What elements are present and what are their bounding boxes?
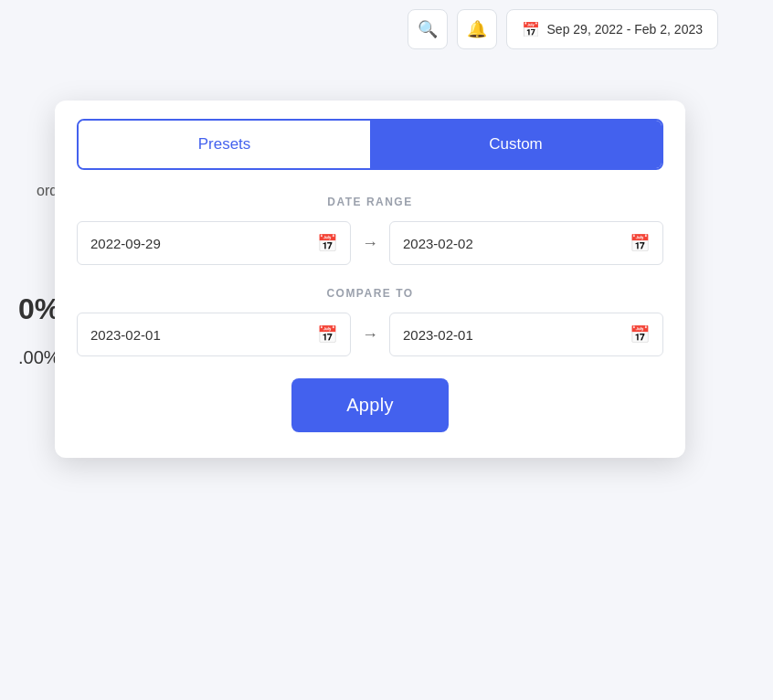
calendar-compare-end-icon[interactable]: 📅 bbox=[630, 324, 650, 345]
calendar-end-icon[interactable]: 📅 bbox=[630, 233, 650, 253]
compare-end-wrap: 📅 bbox=[389, 313, 663, 356]
date-range-start-wrap: 📅 bbox=[77, 221, 351, 265]
tab-toggle: Presets Custom bbox=[77, 119, 663, 170]
date-range-start-input[interactable] bbox=[90, 236, 317, 251]
date-range-end-input[interactable] bbox=[403, 236, 630, 251]
date-range-end-wrap: 📅 bbox=[389, 221, 663, 265]
notifications-button[interactable]: 🔔 bbox=[457, 9, 497, 49]
apply-button-wrap: Apply bbox=[77, 378, 663, 432]
bg-text-decimal: .00% bbox=[18, 347, 60, 368]
top-bar: 🔍 🔔 📅 Sep 29, 2022 - Feb 2, 2023 bbox=[408, 9, 718, 49]
arrow-separator: → bbox=[362, 234, 378, 253]
compare-end-input[interactable] bbox=[403, 327, 630, 343]
date-range-label: DATE RANGE bbox=[77, 196, 663, 208]
bell-icon: 🔔 bbox=[467, 19, 487, 39]
date-range-label: Sep 29, 2022 - Feb 2, 2023 bbox=[547, 22, 703, 37]
compare-start-input[interactable] bbox=[90, 327, 317, 343]
compare-arrow-separator: → bbox=[362, 325, 378, 345]
compare-start-wrap: 📅 bbox=[77, 313, 351, 356]
calendar-icon: 📅 bbox=[522, 21, 540, 38]
calendar-start-icon[interactable]: 📅 bbox=[317, 233, 337, 253]
compare-to-label: COMPARE TO bbox=[77, 287, 663, 300]
date-picker-panel: Presets Custom DATE RANGE 📅 → 📅 COMPARE … bbox=[55, 101, 685, 458]
compare-row: 📅 → 📅 bbox=[77, 313, 663, 356]
search-button[interactable]: 🔍 bbox=[408, 9, 448, 49]
search-icon: 🔍 bbox=[418, 19, 438, 39]
calendar-compare-start-icon[interactable]: 📅 bbox=[317, 324, 337, 345]
apply-button[interactable]: Apply bbox=[291, 378, 449, 432]
tab-presets[interactable]: Presets bbox=[79, 121, 370, 168]
date-range-button[interactable]: 📅 Sep 29, 2022 - Feb 2, 2023 bbox=[506, 9, 718, 49]
date-range-row: 📅 → 📅 bbox=[77, 221, 663, 265]
tab-custom[interactable]: Custom bbox=[370, 121, 662, 168]
